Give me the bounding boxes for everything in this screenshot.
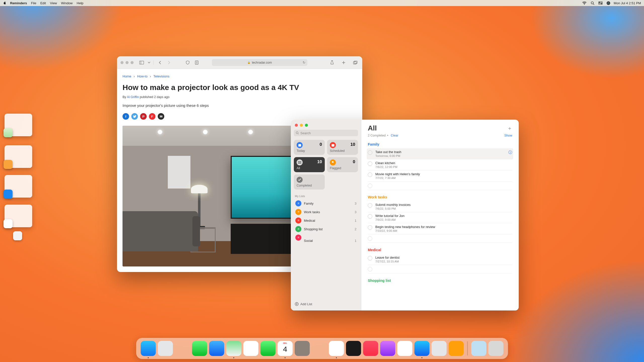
menubar-datetime[interactable]: Mon Jul 4 2:51 PM	[614, 1, 641, 5]
reload-icon[interactable]: ↻	[303, 61, 305, 64]
complete-toggle[interactable]	[368, 172, 372, 177]
dock-notes[interactable]	[329, 341, 344, 356]
share-twitter-icon[interactable]	[131, 113, 138, 120]
reminder-item[interactable]: Leave for dentist7/27/22, 10:15 AM	[368, 254, 512, 265]
clear-completed-button[interactable]: Clear	[391, 134, 398, 137]
reminder-item[interactable]: Take out the trashTomorrow, 6:00 PMⓘ	[367, 148, 513, 159]
complete-toggle[interactable]	[368, 256, 372, 260]
reminder-item[interactable]: Submit monthly invoices7/6/22, 5:00 PM	[368, 201, 512, 212]
share-button[interactable]	[329, 60, 336, 66]
completed-icon	[297, 177, 303, 183]
reminder-item[interactable]: Clean kitchen7/6/22, 12:00 PM	[368, 159, 512, 170]
sidebar-dropdown-icon[interactable]	[147, 60, 151, 66]
smart-list-completed[interactable]: Completed	[294, 174, 325, 190]
new-reminder-placeholder[interactable]	[368, 182, 512, 190]
svg-rect-18	[354, 61, 357, 63]
reminders-window: Search 0 Today 10 Scheduled 10 All 0 Fla…	[291, 120, 519, 310]
dock-facetime[interactable]	[260, 341, 275, 356]
dock-downloads[interactable]	[471, 341, 486, 356]
sidebar-toggle-button[interactable]	[138, 60, 145, 66]
minimize-window-button[interactable]	[126, 61, 129, 64]
complete-toggle[interactable]	[368, 150, 372, 155]
safari-address-bar[interactable]: 🔒 techradar.com ↻	[212, 59, 307, 66]
reader-button[interactable]	[193, 60, 200, 66]
reminder-item[interactable]: Write tutorial for Jon7/9/22, 9:00 AM	[368, 212, 512, 223]
new-reminder-placeholder[interactable]	[368, 265, 512, 274]
dock-maps[interactable]	[226, 341, 241, 356]
reminder-item[interactable]: Movie night with Helen's family7/7/22, 7…	[368, 170, 512, 182]
add-list-button[interactable]: Add List	[294, 301, 358, 307]
author-link[interactable]: Al Griffin	[127, 95, 139, 99]
smart-list-all[interactable]: 10 All	[294, 157, 325, 172]
menu-view[interactable]: View	[50, 1, 57, 5]
close-window-button[interactable]	[295, 124, 298, 127]
complete-toggle[interactable]	[368, 225, 372, 230]
safari-url: techradar.com	[252, 61, 272, 64]
stage-thumb-appstore-safari[interactable]	[5, 175, 32, 198]
dock-messages[interactable]	[192, 341, 207, 356]
share-flipboard-icon[interactable]: F	[149, 113, 155, 120]
svg-line-20	[298, 133, 299, 134]
zoom-window-button[interactable]	[131, 61, 134, 64]
smart-list-scheduled[interactable]: 10 Scheduled	[327, 140, 358, 155]
list-family[interactable]: ≡Family3	[294, 199, 358, 208]
dock-settings[interactable]	[431, 341, 447, 356]
breadcrumb-howto[interactable]: How-to	[137, 74, 147, 78]
back-button[interactable]	[156, 60, 164, 66]
tab-overview-button[interactable]	[352, 60, 359, 66]
dock-pages[interactable]	[449, 341, 464, 356]
info-icon[interactable]: ⓘ	[508, 150, 512, 155]
show-completed-button[interactable]: Show	[504, 134, 512, 137]
dock-music[interactable]	[363, 341, 378, 356]
apple-menu[interactable]	[3, 1, 7, 5]
dock-contacts[interactable]	[295, 341, 310, 356]
complete-toggle[interactable]	[368, 214, 372, 219]
new-reminder-placeholder[interactable]	[368, 234, 512, 243]
dock-appstore[interactable]	[414, 341, 429, 356]
wifi-icon[interactable]	[582, 2, 587, 5]
spotlight-icon[interactable]	[591, 1, 594, 5]
dock-trash[interactable]	[488, 341, 503, 356]
share-email-icon[interactable]: ✉	[158, 113, 164, 120]
smart-list-flagged[interactable]: 0 Flagged	[327, 157, 358, 172]
share-facebook-icon[interactable]: f	[123, 113, 129, 120]
menubar-app-name[interactable]: Reminders	[10, 1, 27, 5]
breadcrumb-televisions[interactable]: Televisions	[153, 74, 170, 78]
list-shopping[interactable]: ≡Shopping list2	[294, 225, 358, 233]
complete-toggle[interactable]	[368, 203, 372, 208]
dock-launchpad[interactable]	[158, 341, 173, 356]
menu-window[interactable]: Window	[61, 1, 73, 5]
menu-file[interactable]: File	[31, 1, 36, 5]
dock-news[interactable]	[397, 341, 412, 356]
menu-help[interactable]: Help	[77, 1, 84, 5]
dock-tv[interactable]	[346, 341, 361, 356]
add-reminder-button[interactable]: ＋	[507, 125, 512, 132]
close-window-button[interactable]	[120, 61, 124, 64]
share-pinterest-icon[interactable]: P	[140, 113, 147, 120]
dock-calendar[interactable]	[277, 341, 293, 356]
siri-icon[interactable]	[607, 1, 610, 5]
forward-button[interactable]	[166, 60, 173, 66]
stage-thumb-notes[interactable]	[5, 145, 32, 168]
stage-thumb-maps[interactable]	[5, 114, 32, 136]
stage-thumb-calendar[interactable]	[5, 205, 32, 227]
privacy-report-button[interactable]	[184, 60, 191, 66]
menu-edit[interactable]: Edit	[40, 1, 46, 5]
list-social[interactable]: ≡Social1	[294, 233, 358, 248]
svg-line-2	[593, 4, 594, 5]
search-input[interactable]: Search	[294, 130, 358, 136]
dock-finder[interactable]	[141, 341, 156, 356]
smart-list-today[interactable]: 0 Today	[294, 140, 325, 155]
dock-podcasts[interactable]	[380, 341, 395, 356]
reminder-item[interactable]: Begin testing new headphones for review7…	[368, 223, 512, 234]
zoom-window-button[interactable]	[305, 124, 308, 127]
list-medical[interactable]: ≡Medical1	[294, 216, 358, 225]
dock-mail[interactable]	[209, 341, 224, 356]
new-tab-button[interactable]	[340, 60, 347, 66]
dock-photos[interactable]	[243, 341, 258, 356]
list-work[interactable]: ≡Work tasks3	[294, 208, 358, 216]
control-center-icon[interactable]	[598, 2, 602, 5]
breadcrumb-home[interactable]: Home	[123, 74, 131, 78]
complete-toggle[interactable]	[368, 161, 372, 166]
minimize-window-button[interactable]	[300, 124, 303, 127]
